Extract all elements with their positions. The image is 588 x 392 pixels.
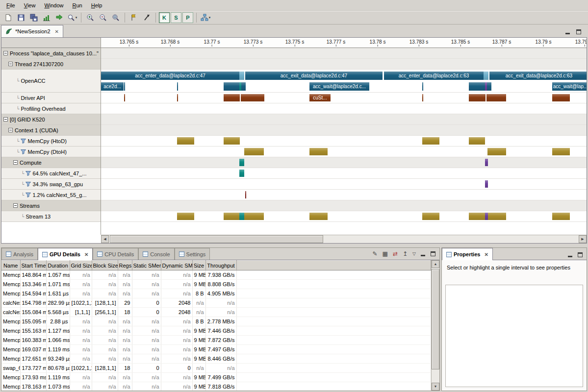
collapse-expander-icon[interactable] [8, 62, 13, 66]
timeline-bar[interactable] [241, 82, 246, 91]
column-header-dynamic-smem[interactable]: Dynamic SMem [161, 261, 192, 270]
filter-funnel-icon[interactable] [21, 138, 26, 144]
timeline-bar[interactable] [224, 137, 240, 145]
save-all-button[interactable] [28, 12, 40, 24]
tree-row-34-3-swap-63-gpu[interactable]: └34.3% swap_63_gpu [1, 179, 101, 190]
tree-row-stream-13[interactable]: └Stream 13 [1, 211, 101, 222]
column-header-regs[interactable]: Regs [118, 261, 132, 270]
column-header-start-time[interactable]: Start Time [20, 261, 46, 270]
zoom-in-button[interactable] [84, 12, 96, 24]
timeline-bar[interactable]: acc_exit_data@laplace2d.c:47 [245, 72, 383, 80]
timeline-ruler[interactable]: 13.765 s13.768 s13.77 s13.773 s13.775 s1… [101, 38, 587, 48]
tree-row-streams[interactable]: Streams [1, 200, 101, 211]
timeline-bar[interactable] [422, 137, 439, 145]
timeline-bar[interactable] [224, 82, 239, 91]
timeline-bar[interactable] [224, 213, 239, 220]
profile-application-button[interactable] [41, 12, 52, 24]
details-vscrollbar[interactable]: ▲ ▼ [431, 260, 439, 391]
scroll-left-icon[interactable]: ◀ [101, 235, 109, 243]
vscrollbar-thumb[interactable] [432, 269, 439, 369]
timeline-bar[interactable] [488, 213, 506, 220]
timeline-bar[interactable] [422, 94, 423, 101]
timeline-bar[interactable] [239, 213, 244, 220]
timeline-lane-stream-13[interactable] [101, 211, 587, 222]
scroll-right-icon[interactable]: ▶ [579, 235, 587, 243]
timeline-lane-34-3-swap-63-gpu[interactable] [101, 179, 587, 190]
scroll-up-icon[interactable]: ▲ [432, 260, 439, 268]
new-session-button[interactable] [2, 12, 14, 24]
timeline-bar[interactable] [224, 94, 240, 101]
tab-cpu-details[interactable]: CPU Details [93, 248, 138, 260]
collapse-expander-icon[interactable] [13, 160, 18, 165]
timeline-lane-memcpy-htod[interactable] [101, 136, 587, 147]
collapse-expander-icon[interactable] [3, 117, 8, 122]
table-row[interactable]: Memcpy HtoD169.037 ms1.119 msn/an/an/an/… [1, 345, 431, 354]
timeline-bar[interactable] [552, 94, 570, 101]
save-button[interactable] [15, 12, 27, 24]
timeline-lane-process-laplace-data-clauses-10[interactable] [101, 48, 587, 59]
tree-row-thread-2741307200[interactable]: Thread 2741307200 [1, 59, 101, 70]
timeline-bar[interactable] [244, 148, 264, 155]
timeline-bar[interactable] [485, 180, 488, 188]
close-icon[interactable]: ✕ [55, 29, 59, 34]
close-icon[interactable]: ✕ [84, 252, 88, 257]
timeline-bar[interactable]: cuSt... [309, 94, 331, 101]
timeline-bar[interactable] [241, 94, 264, 101]
tree-row-compute[interactable]: Compute [1, 157, 101, 168]
timeline-lane-streams[interactable] [101, 200, 587, 211]
process-timeline-toggle[interactable]: P [182, 12, 193, 23]
table-row[interactable]: Memcpy DtoH178.163 ms1.073 msn/an/an/an/… [1, 382, 431, 391]
timeline-bar[interactable]: acc_wait@laplace2d.c... [309, 82, 369, 91]
stream-timeline-toggle[interactable]: S [171, 12, 181, 23]
maximize-icon[interactable] [431, 251, 435, 256]
timeline-bar[interactable] [487, 82, 491, 91]
filter-funnel-icon[interactable] [26, 192, 31, 197]
edit-pencil-icon[interactable]: ✎ [373, 250, 378, 257]
column-header-name[interactable]: Name [1, 261, 20, 270]
tab-settings[interactable]: Settings [175, 248, 210, 260]
close-icon[interactable]: ✕ [484, 252, 488, 257]
timeline-lane-memcpy-dtoh[interactable] [101, 147, 587, 157]
tree-row-profiling-overhead[interactable]: └Profiling Overhead [1, 103, 101, 114]
columns-config-icon[interactable]: ▦ [383, 250, 388, 257]
timeline-bar[interactable] [485, 159, 488, 166]
export-table-icon[interactable]: ↥ [403, 250, 408, 257]
column-header-grid-size[interactable]: Grid Size [70, 261, 92, 270]
timeline-bar[interactable] [552, 213, 570, 220]
timeline-bar[interactable]: acc_exit_data@laplace2d.c:63 [489, 72, 587, 80]
tree-row-0-grid-k520[interactable]: [0] GRID K520 [1, 114, 101, 125]
timeline-bar[interactable]: acc_enter_data@laplace2d.c:47 [101, 72, 239, 80]
zoom-reset-button[interactable] [110, 12, 122, 24]
maximize-icon[interactable] [578, 252, 583, 257]
table-row[interactable]: calcNext_55_gpu155.084 ms5.568 µs[1,1,1]… [1, 308, 431, 317]
collapse-expander-icon[interactable] [8, 128, 13, 132]
table-row[interactable]: Memcpy HtoD173.93 ms1.119 msn/an/an/an/a… [1, 373, 431, 382]
zoom-out-button[interactable] [97, 12, 109, 24]
tab-gpu-details[interactable]: GPU Details✕ [38, 248, 93, 260]
timeline-bar[interactable] [469, 213, 485, 220]
timeline-bar[interactable] [486, 94, 506, 101]
column-header-throughput[interactable]: Throughput [205, 261, 236, 270]
timeline-lane-64-5-calcnext-47[interactable] [101, 168, 587, 179]
tree-row-openacc[interactable]: └OpenACC [1, 70, 101, 93]
timeline-bar[interactable] [177, 82, 178, 91]
timeline-bar[interactable] [245, 191, 246, 198]
menu-item-window[interactable]: Window [40, 1, 68, 10]
view-menu-icon[interactable]: ▽ [412, 251, 416, 256]
timeline-bar[interactable] [422, 82, 423, 91]
sync-arrows-icon[interactable]: ⇄ [393, 250, 398, 257]
menu-item-run[interactable]: Run [68, 1, 87, 10]
column-header-filler[interactable] [236, 261, 431, 270]
timeline-lane-profiling-overhead[interactable] [101, 103, 587, 114]
table-row[interactable]: Memcpy DtoH155.095 ms2.88 µsn/an/an/an/a… [1, 317, 431, 326]
marker-flag-button[interactable] [128, 12, 140, 24]
tree-row-memcpy-htod[interactable]: └MemCpy (HtoD) [1, 136, 101, 147]
timeline-lane-1-2-calcnext-55-g[interactable] [101, 190, 587, 200]
maximize-icon[interactable] [576, 29, 581, 34]
timeline-bar[interactable] [239, 170, 244, 177]
column-header-duration[interactable]: Duration [46, 261, 70, 270]
timeline-lane-context-1-cuda[interactable] [101, 125, 587, 136]
timeline-lane-openacc[interactable]: acc_enter_data@laplace2d.c:47acc_exit_da… [101, 70, 587, 93]
tree-row-context-1-cuda[interactable]: Context 1 (CUDA) [1, 125, 101, 136]
tree-row-driver-api[interactable]: └Driver API [1, 93, 101, 103]
